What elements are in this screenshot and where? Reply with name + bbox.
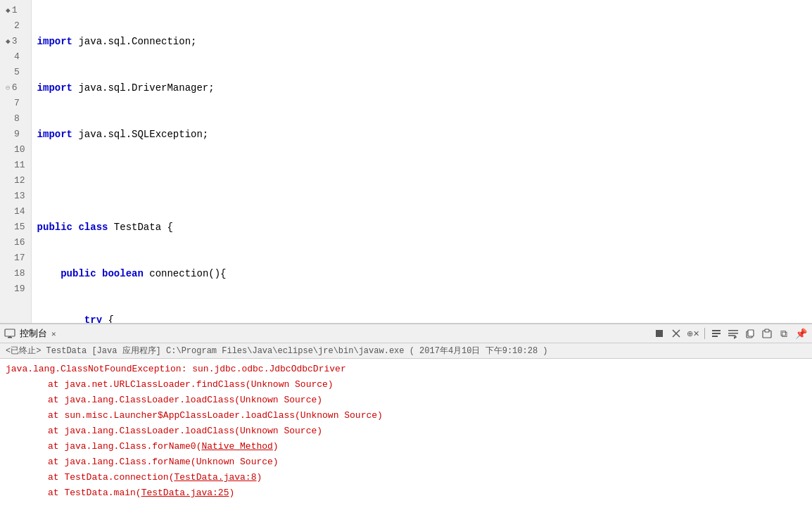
word-wrap-button[interactable] [726, 326, 740, 340]
remove-all-button[interactable] [669, 326, 683, 340]
paste-button[interactable] [760, 326, 774, 340]
stacktrace-5-suffix: ) [273, 441, 279, 452]
line-numbers: ◆1 2 ◆3 4 5 ⊖6 7 8 9 10 11 12 13 14 15 1… [0, 0, 32, 323]
svg-rect-3 [656, 330, 663, 337]
scroll-lock-button[interactable] [709, 326, 723, 340]
svg-rect-10 [728, 333, 738, 334]
stop-button[interactable] [652, 326, 666, 340]
native-method-link[interactable]: Native Method [201, 441, 272, 452]
stacktrace-2: at java.lang.ClassLoader.loadClass(Unkno… [48, 395, 322, 405]
error-line-3: at sun.misc.Launcher$AppClassLoader.load… [6, 408, 806, 424]
stacktrace-6-prefix: at java.lang.Class.forName(Unknown Sourc… [48, 457, 279, 467]
svg-rect-0 [5, 329, 15, 336]
svg-rect-13 [748, 330, 754, 336]
console-icon [4, 328, 15, 339]
error-line-5: at java.lang.Class.forName0(Native Metho… [6, 439, 806, 454]
code-editor: ◆1 2 ◆3 4 5 ⊖6 7 8 9 10 11 12 13 14 15 1… [0, 0, 812, 324]
separator [704, 328, 705, 339]
code-scrollbar[interactable] [0, 323, 812, 324]
new-console-button[interactable]: ⧉ [777, 326, 791, 340]
testdata-main-link[interactable]: TestData.java:25 [141, 488, 229, 498]
console-output[interactable]: java.lang.ClassNotFoundException: sun.jd… [0, 359, 812, 515]
code-content[interactable]: import java.sql.Connection; import java.… [32, 0, 812, 323]
stacktrace-1: at java.net.URLClassLoader.findClass(Unk… [48, 379, 334, 390]
pin-button[interactable]: 📌 [794, 326, 808, 340]
console-close-icon[interactable]: ✕ [51, 329, 56, 338]
stacktrace-7-suffix: ) [256, 472, 262, 483]
console-header: 控制台 ✕ ⊕✕ [0, 324, 812, 343]
error-line-6: at java.lang.Class.forName(Unknown Sourc… [6, 454, 806, 470]
svg-rect-2 [9, 336, 11, 337]
exception-text: java.lang.ClassNotFoundException: sun.jd… [6, 364, 346, 374]
terminate-relaunch-button[interactable]: ⊕✕ [686, 326, 700, 340]
svg-rect-1 [8, 337, 12, 338]
svg-rect-6 [712, 330, 721, 331]
stacktrace-8-prefix: at TestData.main( [48, 488, 141, 498]
error-line-8: at TestData.main(TestData.java:25) [6, 485, 806, 501]
stacktrace-5-prefix: at java.lang.Class.forName0( [48, 441, 201, 452]
svg-rect-9 [728, 330, 738, 331]
error-line-7: at TestData.connection(TestData.java:8) [6, 470, 806, 485]
copy-button[interactable] [743, 326, 757, 340]
stacktrace-3: at sun.misc.Launcher$AppClassLoader.load… [48, 410, 383, 421]
error-line-4: at java.lang.ClassLoader.loadClass(Unkno… [6, 424, 806, 439]
svg-rect-8 [712, 336, 718, 337]
svg-rect-7 [712, 333, 721, 334]
stacktrace-4: at java.lang.ClassLoader.loadClass(Unkno… [48, 426, 322, 436]
console-tab-label[interactable]: 控制台 [20, 327, 47, 340]
console-status: <已终止> TestData [Java 应用程序] C:\Program Fi… [0, 343, 812, 359]
console-panel: 控制台 ✕ ⊕✕ [0, 324, 812, 515]
console-toolbar: ⊕✕ [652, 326, 808, 340]
error-line-2: at java.lang.ClassLoader.loadClass(Unkno… [6, 393, 806, 408]
error-line-main: java.lang.ClassNotFoundException: sun.jd… [6, 362, 806, 377]
stacktrace-8-suffix: ) [229, 488, 234, 498]
stacktrace-7-prefix: at TestData.connection( [48, 472, 174, 483]
svg-rect-15 [765, 329, 769, 332]
testdata-connection-link[interactable]: TestData.java:8 [174, 472, 256, 483]
error-line-1: at java.net.URLClassLoader.findClass(Unk… [6, 377, 806, 393]
